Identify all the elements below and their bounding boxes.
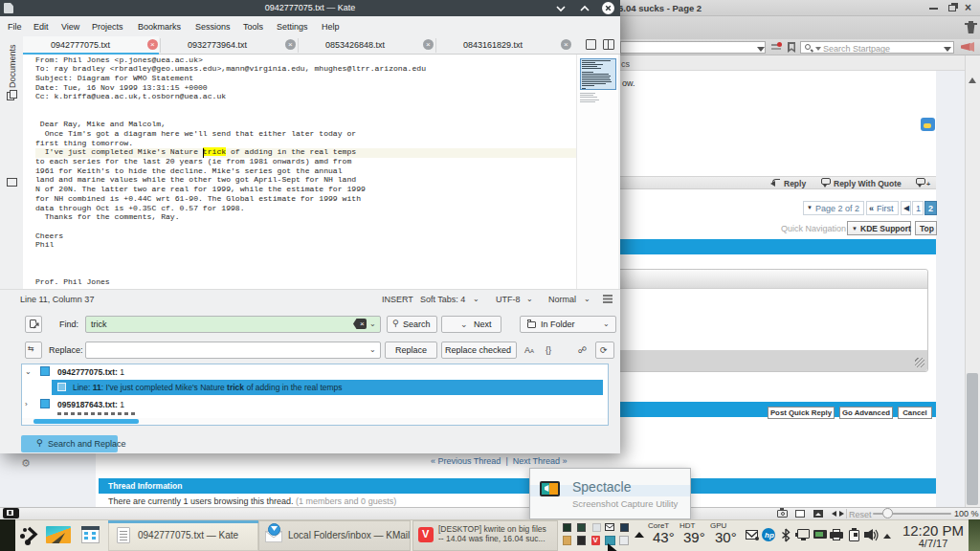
svg-text:Documents: Documents <box>8 44 17 88</box>
